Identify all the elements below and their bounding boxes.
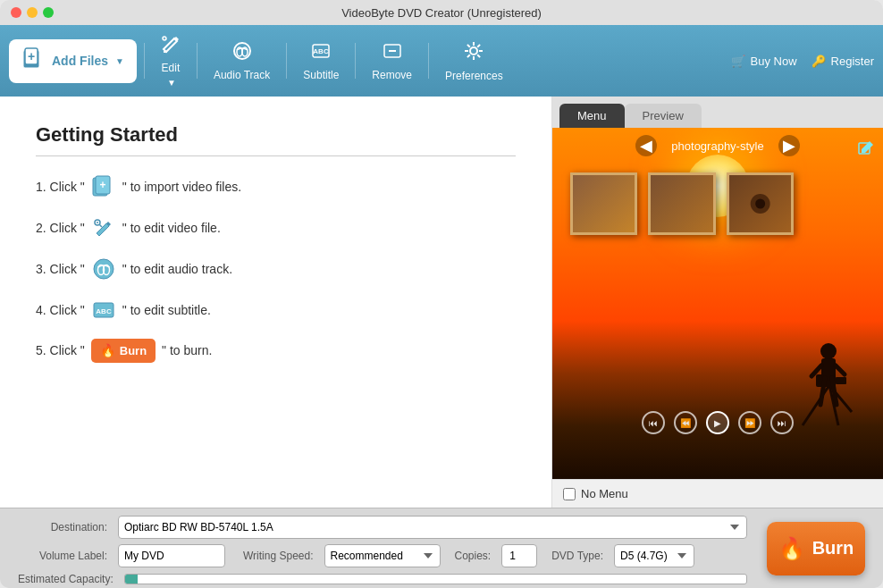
import-icon: + <box>91 174 116 199</box>
volume-input[interactable] <box>118 544 225 567</box>
svg-line-20 <box>478 55 481 57</box>
step-3-number: 3. Click " <box>36 260 85 279</box>
minimize-button[interactable] <box>27 7 38 18</box>
edit-button[interactable]: Edit ▼ <box>152 29 189 93</box>
main-content: Getting Started 1. Click " + " to import… <box>0 97 883 508</box>
svg-rect-39 <box>821 358 836 378</box>
getting-started-title: Getting Started <box>36 123 516 147</box>
step-forward-button[interactable]: ⏩ <box>738 411 761 434</box>
title-bar: VideoByte DVD Creator (Unregistered) <box>0 0 883 25</box>
fast-forward-button[interactable]: ⏭ <box>770 411 794 434</box>
playback-controls: ⏮ ⏪ ▶ ⏩ ⏭ <box>552 411 883 434</box>
tab-menu[interactable]: Menu <box>559 104 625 128</box>
preview-area: ◀ photography-style ▶ <box>552 128 883 479</box>
svg-text:+: + <box>28 49 35 63</box>
capacity-bar <box>124 574 747 584</box>
register-label: Register <box>831 55 874 68</box>
edit-dropdown-arrow: ▼ <box>167 78 176 88</box>
burn-flame-icon: 🔥 <box>778 536 805 561</box>
subtitle-button[interactable]: ABC Subtitle <box>294 36 348 87</box>
cart-icon: 🛒 <box>731 55 745 68</box>
edit-icon <box>161 34 181 58</box>
burn-inline-label: Burn <box>120 342 147 360</box>
svg-point-6 <box>164 38 164 39</box>
preferences-button[interactable]: Preferences <box>436 35 512 88</box>
step-back-button[interactable]: ⏪ <box>674 411 697 434</box>
svg-point-47 <box>755 199 765 209</box>
menu-nav-title: photography-style <box>671 139 763 153</box>
photo-frames-container <box>570 172 794 235</box>
buy-now-label: Buy Now <box>751 55 797 68</box>
writing-speed-select[interactable]: Recommended <box>324 544 441 567</box>
add-files-icon: + + <box>21 46 46 76</box>
destination-label: Destination: <box>18 521 107 533</box>
register-button[interactable]: 🔑 Register <box>812 55 874 68</box>
toolbar-separator-3 <box>286 43 287 79</box>
audio-track-button[interactable]: Audio Track <box>205 36 279 87</box>
subtitle-label: Subtitle <box>303 69 339 81</box>
maximize-button[interactable] <box>43 7 54 18</box>
photo-frame-1 <box>570 172 637 235</box>
burn-inline-button: 🔥 Burn <box>91 339 156 363</box>
dvd-type-label: DVD Type: <box>551 550 603 562</box>
toolbar-separator-2 <box>197 43 198 79</box>
burn-button-label: Burn <box>812 538 854 559</box>
photo-frame-2 <box>648 172 715 235</box>
svg-point-27 <box>97 222 98 223</box>
svg-line-42 <box>836 365 845 374</box>
writing-speed-label: Writing Speed: <box>243 550 314 562</box>
bottom-bar: Destination: Optiarc BD RW BD-5740L 1.5A… <box>0 508 883 588</box>
step-4-number: 4. Click " <box>36 301 85 320</box>
toolbar-right: 🛒 Buy Now 🔑 Register <box>731 55 874 68</box>
svg-point-40 <box>820 343 837 359</box>
step-4: 4. Click " ABC " to edit subtitle. <box>36 298 516 323</box>
right-panel: Menu Preview <box>552 97 883 508</box>
buy-now-button[interactable]: 🛒 Buy Now <box>731 55 797 68</box>
rewind-button[interactable]: ⏮ <box>642 411 665 434</box>
subtitle-icon: ABC <box>311 41 331 65</box>
svg-line-19 <box>467 44 470 46</box>
photo-frame-3 <box>727 172 794 235</box>
step-1-number: 1. Click " <box>36 178 85 197</box>
destination-select[interactable]: Optiarc BD RW BD-5740L 1.5A <box>118 516 747 539</box>
burn-button[interactable]: 🔥 Burn <box>767 522 865 575</box>
toolbar-left: + + Add Files ▼ Edit ▼ <box>9 29 731 93</box>
svg-text:ABC: ABC <box>314 47 330 55</box>
step-3-suffix: " to edit audio track. <box>122 260 232 279</box>
remove-button[interactable]: Remove <box>363 36 421 87</box>
toolbar-separator-4 <box>355 43 356 79</box>
toolbar-separator-1 <box>144 43 145 79</box>
svg-line-28 <box>99 225 102 228</box>
volume-label: Volume Label: <box>18 550 107 562</box>
add-files-button[interactable]: + + Add Files ▼ <box>9 39 137 83</box>
no-menu-checkbox[interactable] <box>563 488 576 500</box>
copies-label: Copies: <box>455 550 492 562</box>
menu-edit-icon[interactable] <box>858 140 874 161</box>
svg-line-21 <box>478 44 481 46</box>
tabs: Menu Preview <box>552 97 883 128</box>
menu-next-arrow[interactable]: ▶ <box>778 135 800 156</box>
left-panel: Getting Started 1. Click " + " to import… <box>0 97 552 508</box>
svg-text:+: + <box>99 179 105 191</box>
capacity-fill <box>125 575 138 584</box>
tab-preview[interactable]: Preview <box>625 104 702 128</box>
copies-input[interactable] <box>501 544 537 567</box>
audio-track-label: Audio Track <box>214 69 270 81</box>
step-5: 5. Click " 🔥 Burn " to burn. <box>36 339 516 363</box>
toolbar: + + Add Files ▼ Edit ▼ <box>0 25 883 97</box>
audio-track-icon <box>232 41 252 65</box>
play-button[interactable]: ▶ <box>706 411 729 434</box>
preferences-label: Preferences <box>445 70 503 82</box>
menu-prev-arrow[interactable]: ◀ <box>635 135 657 156</box>
step-5-number: 5. Click " <box>36 341 85 360</box>
dvd-type-select[interactable]: D5 (4.7G) <box>614 544 694 567</box>
add-files-label: Add Files <box>52 54 108 68</box>
remove-icon <box>383 41 402 65</box>
remove-label: Remove <box>372 69 412 81</box>
step-4-suffix: " to edit subtitle. <box>122 301 211 320</box>
capacity-container: 0.5GB 1GB 1.5GB 2GB 2.5GB 3GB 3.5GB 4GB … <box>124 574 747 584</box>
close-button[interactable] <box>11 7 21 18</box>
no-menu-label: No Menu <box>581 487 628 500</box>
add-files-dropdown-arrow: ▼ <box>115 56 124 66</box>
capacity-row: Estimated Capacity: 0.5GB 1GB 1.5GB 2GB … <box>18 573 865 585</box>
